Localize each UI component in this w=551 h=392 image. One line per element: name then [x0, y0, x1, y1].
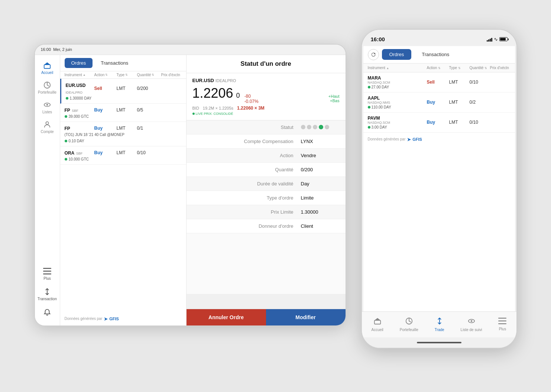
tab-transactions[interactable]: Transactions [94, 58, 135, 68]
phone-body: Ordres Transactions Instrument ▲ Action … [363, 46, 515, 311]
cancel-order-button[interactable]: Annuler Ordre [187, 309, 266, 325]
phone-order-row-pavm[interactable]: PAVM NASDAQ.SCM 3.00 DAY Buy LMT 0/10 [363, 113, 515, 133]
col-action: Action ⇅ [94, 73, 117, 77]
status-dot-5 [325, 125, 329, 129]
tablet-sidebar: Accueil Portefeuille Listes [35, 55, 60, 325]
phone-nav-trade[interactable]: Trade [432, 315, 447, 333]
phone-nav-trade-icon [435, 317, 444, 327]
phone-inst-price-text: 27.00 DAY [372, 85, 389, 89]
price-small: 0 [236, 92, 240, 100]
sidebar-compte-label: Compte [40, 130, 54, 134]
prix-limite-label: Prix Limite [194, 209, 301, 215]
col-prix: Prix d'éxctn [161, 73, 182, 77]
phone-tab-orders[interactable]: Ordres [382, 49, 412, 60]
phone-order-qty: 0/10 [470, 80, 490, 85]
order-action: Buy [94, 150, 117, 155]
phone-order-row-mara[interactable]: MARA NASDAQ.SCM 27.00 DAY Sell LMT 0/10 [363, 72, 515, 93]
instrument-name: FP [65, 126, 70, 131]
status-dot-2 [307, 125, 311, 129]
tablet-tab-bar: Ordres Transactions [60, 55, 186, 71]
svg-rect-12 [498, 318, 506, 319]
detail-row-donneur: Donneur d'ordre Client [187, 219, 346, 233]
account-icon [43, 120, 52, 129]
detail-row-compte: Compte Compensation LYNX [187, 135, 346, 149]
phone-nav-plus[interactable]: Plus [495, 316, 509, 333]
col-instrument: Instrument ▲ [65, 73, 94, 77]
phone-tab-transactions[interactable]: Transactions [414, 49, 457, 60]
col-quantite: Quantité ⇅ [137, 73, 161, 77]
phone-time: 16:00 [371, 36, 385, 42]
tablet-data-credit: Données générées par ➤ GFIS [60, 312, 186, 325]
status-dot-1 [301, 125, 305, 129]
order-qty: 0/1 [137, 126, 161, 131]
sidebar-item-listes[interactable]: Listes [35, 97, 60, 117]
phone-nav-accueil[interactable]: Accueil [369, 315, 386, 333]
phone-status-dot [368, 126, 370, 129]
menu-icon [43, 267, 52, 276]
phone-nav-liste-label: Liste de suivi [461, 328, 482, 332]
phone-nav-trade-label: Trade [435, 328, 444, 332]
action-value: Vendre [301, 153, 338, 158]
eye-icon [43, 100, 52, 109]
bid-row: BID 19.2M × 1.2205s 1.22060 × 3M [192, 106, 340, 111]
sidebar-item-notifications[interactable] [35, 305, 60, 320]
detail-row-statut: Statut [187, 120, 346, 135]
order-sub-detail: (TO1) JUN 18 '21 40 Call @MONEP [65, 133, 124, 137]
tablet-time: 16:00 [41, 47, 51, 52]
phone-header: Ordres Transactions [363, 46, 515, 64]
order-sub-text: 10.000 GTC [69, 157, 89, 161]
home-bar [417, 342, 461, 343]
phone-nav-liste[interactable]: Liste de suivi [458, 315, 485, 333]
sidebar-item-transaction[interactable]: Transaction [35, 284, 60, 304]
phone-col-instrument: Instrument ▲ [368, 66, 427, 70]
phone-sort-qty-icon: ⇅ [484, 67, 487, 70]
sidebar-portefeuille-label: Portefeuille [38, 90, 56, 94]
gfis-logo: ➤ GFIS [104, 316, 119, 322]
detail-title: Statut d'un ordre [187, 55, 346, 73]
phone-order-row-aapl[interactable]: AAPL NASDAQ.NMS 110.00 DAY Buy LMT 0/2 [363, 93, 515, 113]
sidebar-item-plus[interactable]: Plus [35, 264, 60, 284]
price-instrument: EUR.USD IDEALPRO [192, 78, 340, 83]
phone-sort-type-icon: ⇅ [458, 67, 461, 70]
price-change-pct: -0.07% [244, 99, 259, 104]
order-row-fp1[interactable]: FP SBF Buy LMT 0/5 39.000 GTC [60, 104, 186, 122]
detail-row-quantite: Quantité 0/200 [187, 163, 346, 177]
phone-inst-price-text: 3.00 DAY [372, 125, 387, 129]
battery-icon [499, 37, 508, 41]
phone-nav-portfolio-icon [405, 317, 413, 327]
modify-order-button[interactable]: Modifier [266, 309, 346, 325]
sidebar-accueil-label: Accueil [41, 71, 53, 75]
detail-row-duree: Durée de validité Day [187, 177, 346, 191]
instrument-exchange: IDEALPRO [66, 91, 83, 94]
order-type: LMT [117, 126, 137, 131]
order-row-fp2[interactable]: FP Buy LMT 0/1 (TO1) JUN 18 '21 40 Call … [60, 122, 186, 146]
phone-col-action: Action ⇅ [427, 66, 449, 70]
sidebar-item-portefeuille[interactable]: Portefeuille [35, 78, 60, 97]
phone-order-type: LMT [449, 80, 470, 85]
svg-rect-13 [498, 321, 506, 322]
instrument-name: EUR.USD [66, 83, 86, 88]
order-row-eurusd[interactable]: EUR.USD IDEALPRO Sell LMT 0/200 1.30000 … [60, 79, 186, 104]
phone-nav-portefeuille[interactable]: Portefeuille [397, 315, 421, 333]
tab-orders[interactable]: Ordres [65, 58, 93, 68]
detail-row-prix-limite: Prix Limite 1.30000 [187, 205, 346, 219]
phone-sort-instrument-icon: ▲ [386, 67, 389, 70]
svg-point-4 [46, 122, 48, 124]
sidebar-listes-label: Listes [42, 110, 52, 114]
sidebar-item-accueil[interactable]: Accueil [35, 58, 60, 78]
phone-inst-exch: NASDAQ.SCM [368, 81, 427, 84]
phone-order-type: LMT [449, 120, 470, 125]
phone-bottom-nav: Accueil Portefeuille Trade Liste de suiv… [362, 311, 516, 337]
portfolio-icon [43, 81, 52, 90]
order-qty: 0/200 [137, 86, 161, 91]
order-row-ora[interactable]: ORA SBF Buy LMT 0/10 10.000 GTC [60, 146, 186, 165]
tablet-date: Mer, 2 juin [53, 47, 72, 52]
phone-col-quantite: Quantité ⇅ [470, 66, 490, 70]
tablet-header: 16:00 Mer, 2 juin [35, 45, 346, 55]
sidebar-transaction-label: Transaction [38, 297, 57, 301]
status-dot-3 [313, 125, 317, 129]
phone-status-dot [368, 86, 370, 88]
sidebar-item-compte[interactable]: Compte [35, 117, 60, 137]
refresh-button[interactable] [368, 49, 379, 60]
phone-status-dot [368, 106, 370, 108]
